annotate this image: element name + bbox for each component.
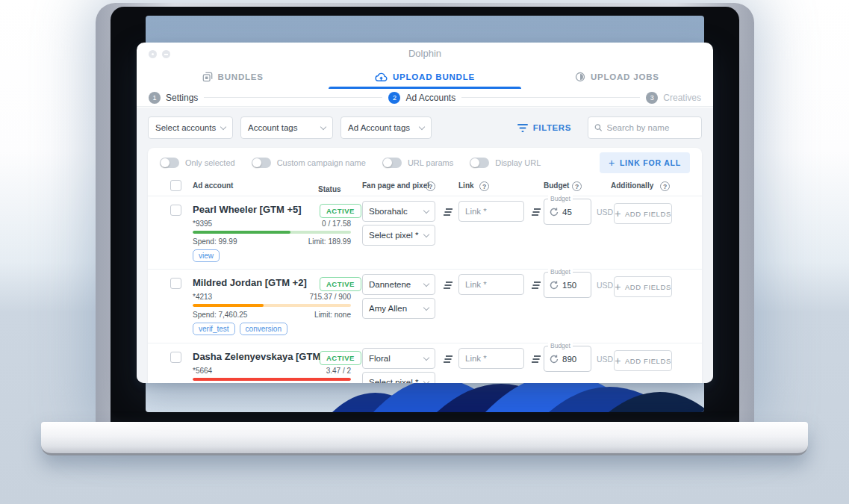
link-input[interactable] (458, 201, 524, 222)
table-row: Mildred Jordan [GTM +2] *4213 715.37 / 9… (148, 269, 702, 343)
link-input[interactable] (458, 274, 524, 295)
table-row: Dasha Zelenyevskaya [GTM +3] *5664 3.47 … (148, 343, 702, 383)
usage-ratio: 0 / 17.58 (322, 220, 351, 228)
spend-progress-bar (193, 231, 351, 234)
switch-off-icon[interactable] (160, 158, 179, 168)
help-icon[interactable]: ? (426, 181, 435, 191)
budget-value[interactable]: 890 (562, 355, 576, 364)
apply-to-all-icon[interactable] (530, 279, 541, 293)
step-creatives[interactable]: 3 Creatives (646, 92, 701, 104)
link-input[interactable] (458, 348, 524, 369)
add-fields-button[interactable]: + ADD FIELDS (614, 350, 672, 371)
tab-upload-bundle[interactable]: UPLOAD BUNDLE (329, 65, 520, 89)
budget-value[interactable]: 150 (562, 281, 576, 290)
spend-progress-bar (193, 378, 351, 381)
pixel-select[interactable]: Amy Allen (362, 298, 435, 319)
add-fields-label: ADD FIELDS (625, 283, 671, 291)
select-all-checkbox[interactable] (170, 180, 181, 191)
currency-label: USD (597, 208, 613, 217)
currency-label: USD (597, 281, 613, 290)
account-tags-dropdown[interactable]: Account tags (240, 116, 333, 139)
row-checkbox[interactable] (170, 278, 181, 289)
step-1-label: Settings (166, 93, 198, 103)
step-connector (204, 97, 382, 98)
apply-to-all-icon[interactable] (442, 353, 453, 367)
account-tag[interactable]: view (193, 249, 220, 262)
window-body: Select accounts Account tags Ad Account … (137, 108, 713, 383)
ad-account-tags-dropdown[interactable]: Ad Account tags (340, 116, 432, 139)
apply-to-all-icon[interactable] (530, 206, 541, 220)
sync-icon[interactable] (550, 281, 559, 290)
search-input[interactable] (607, 123, 695, 132)
toggle-display-url-label: Display URL (495, 158, 541, 167)
fan-page-select[interactable]: Sborahalc (362, 201, 435, 222)
link-for-all-label: LINK FOR ALL (620, 158, 681, 167)
sort-desc-icon: ↓ (318, 185, 322, 193)
account-name: Dasha Zelenyevskaya [GTM +3] (193, 351, 338, 362)
toggles-row: Only selected Custom campaign name URL p… (148, 148, 702, 178)
step-connector (461, 97, 640, 98)
select-accounts-dropdown[interactable]: Select accounts (148, 116, 233, 139)
switch-off-icon[interactable] (252, 158, 271, 168)
link-for-all-button[interactable]: + LINK FOR ALL (600, 152, 690, 173)
step-1-circle: 1 (149, 92, 161, 104)
pixel-value: Select pixel * (369, 231, 418, 240)
status-badge: ACTIVE (320, 277, 361, 291)
toggle-custom-campaign-name[interactable]: Custom campaign name (252, 158, 366, 168)
sync-icon[interactable] (550, 208, 559, 217)
account-tag[interactable]: verif_test (193, 323, 235, 335)
budget-value[interactable]: 45 (562, 208, 572, 217)
tab-upload-jobs[interactable]: UPLOAD JOBS (521, 65, 713, 89)
switch-off-icon[interactable] (470, 158, 489, 168)
fan-page-select[interactable]: Floral (362, 348, 435, 369)
add-fields-button[interactable]: + ADD FIELDS (614, 203, 672, 224)
help-icon[interactable]: ? (572, 181, 582, 191)
apply-to-all-icon[interactable] (530, 353, 541, 367)
plus-icon: + (615, 281, 621, 292)
window-control-close[interactable] (149, 50, 157, 58)
row-checkbox[interactable] (170, 205, 181, 216)
switch-off-icon[interactable] (382, 158, 402, 168)
account-tag[interactable]: conversion (240, 323, 287, 335)
help-icon[interactable]: ? (660, 181, 670, 191)
plus-icon: + (615, 355, 621, 366)
search-box (588, 116, 702, 139)
sync-icon[interactable] (550, 355, 559, 364)
budget-field[interactable]: Budget 45 (544, 199, 591, 225)
currency-label: USD (597, 355, 613, 364)
toggle-display-url[interactable]: Display URL (470, 158, 541, 168)
plus-icon: + (615, 208, 621, 219)
filters-button[interactable]: FILTERS (517, 123, 571, 133)
row-checkbox[interactable] (170, 352, 181, 363)
help-icon[interactable]: ? (479, 181, 489, 191)
chevron-down-icon (220, 123, 226, 129)
apply-to-all-icon[interactable] (442, 206, 453, 220)
step-3-circle: 3 (646, 92, 658, 104)
step-settings[interactable]: 1 Settings (149, 92, 198, 104)
tab-bundles[interactable]: BUNDLES (137, 65, 329, 89)
step-ad-accounts[interactable]: 2 Ad Accounts (388, 92, 455, 104)
apply-to-all-icon[interactable] (442, 279, 453, 293)
app-window: Dolphin BUNDLES UPLOAD BUNDLE UPLOAD JOB… (137, 43, 713, 383)
window-title: Dolphin (137, 43, 713, 65)
cloud-upload-icon (375, 72, 388, 83)
window-control-minimize[interactable] (162, 50, 170, 58)
table-header-row: Ad account Status ↓ Fan page and pixel ?… (148, 178, 702, 196)
header-budget: Budget (544, 181, 569, 190)
toggle-url-params[interactable]: URL params (382, 158, 453, 168)
chevron-down-icon (419, 123, 425, 129)
budget-field[interactable]: Budget 890 (544, 346, 591, 372)
search-icon (594, 123, 603, 132)
add-fields-button[interactable]: + ADD FIELDS (614, 276, 672, 297)
fan-page-select[interactable]: Dannetene (362, 274, 435, 295)
pixel-select[interactable]: Select pixel * (362, 372, 435, 383)
pixel-select[interactable]: Select pixel * (362, 225, 435, 246)
budget-field[interactable]: Budget 150 (544, 272, 591, 298)
account-id: *4213 (193, 293, 212, 301)
chevron-down-icon (423, 280, 429, 286)
status-badge: ACTIVE (320, 204, 361, 218)
laptop-base (41, 422, 808, 455)
account-id: *5664 (193, 367, 212, 375)
limit-value: Limit: 189.99 (308, 237, 351, 246)
toggle-only-selected[interactable]: Only selected (160, 158, 235, 168)
